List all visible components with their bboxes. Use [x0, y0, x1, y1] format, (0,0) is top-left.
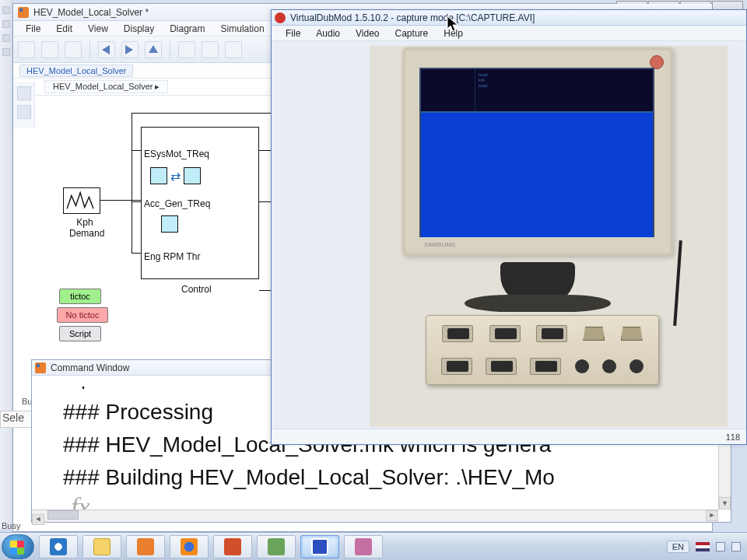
scroll-down-icon[interactable]: ▼	[719, 497, 731, 509]
vdm-titlebar[interactable]: VirtualDubMod 1.5.10.2 - capture mode [C…	[272, 10, 746, 26]
menu-edit[interactable]: Edit	[48, 23, 80, 34]
port-esysmot: ESysMot_TReq	[144, 149, 209, 159]
virtualdubmod-window: VirtualDubMod 1.5.10.2 - capture mode [C…	[271, 9, 747, 445]
tictoc-button[interactable]: tictoc	[59, 289, 101, 304]
port-accgen: Acc_Gen_TReq	[144, 198, 210, 209]
new-model-button[interactable]	[18, 41, 35, 58]
menu-file[interactable]: File	[18, 23, 48, 34]
firefox-icon	[181, 538, 198, 555]
zoom-tool[interactable]	[17, 86, 31, 100]
command-title: Command Window	[51, 362, 129, 373]
solver-icons-2	[161, 215, 178, 233]
vdm-icon	[275, 12, 286, 23]
matlab-icon	[18, 7, 29, 18]
taskbar-item-ie[interactable]	[39, 535, 78, 558]
left-dock	[0, 0, 12, 529]
serial-port-icon	[441, 358, 472, 375]
serial-port-icon	[530, 358, 561, 375]
vdm-menu-video[interactable]: Video	[348, 28, 387, 39]
taskbar-item-matlab[interactable]	[126, 535, 165, 558]
signal-line	[132, 150, 141, 151]
signal-line	[132, 113, 287, 114]
tray-icon[interactable]	[716, 542, 725, 551]
taskbar[interactable]: EN	[0, 532, 747, 560]
monitor-screen: bootinitload	[419, 68, 654, 237]
db9-port-icon	[621, 327, 643, 341]
capture-preview: bootinitload SAMSUNG	[272, 41, 746, 429]
simulink-title: HEV_Model_Local_Solver *	[33, 7, 149, 18]
state-icon	[161, 215, 178, 233]
powerpoint-icon	[224, 538, 241, 555]
taskbar-item-explorer[interactable]	[82, 535, 121, 558]
menu-simulation[interactable]: Simulation	[213, 23, 272, 34]
port-engrpm: Eng RPM Thr	[144, 251, 200, 262]
horizontal-scrollbar[interactable]: ◄ ►	[32, 509, 718, 522]
menu-diagram[interactable]: Diagram	[162, 23, 212, 34]
knob-icon	[630, 359, 644, 373]
db9-port-icon	[583, 327, 605, 341]
taskbar-item-app2[interactable]	[344, 535, 383, 558]
control-label: Control	[181, 284, 212, 295]
serial-port-icon	[536, 325, 567, 342]
serial-port-icon	[489, 325, 521, 342]
taskbar-item-vdm[interactable]	[300, 535, 339, 558]
scroll-thumb[interactable]	[47, 510, 79, 520]
scroll-right-icon[interactable]: ►	[706, 510, 718, 521]
menu-view[interactable]: View	[80, 23, 116, 34]
serial-port-icon	[442, 325, 473, 342]
app-icon	[355, 538, 372, 555]
matlab-icon	[137, 538, 154, 555]
up-button[interactable]	[145, 41, 162, 58]
forward-button[interactable]	[121, 41, 139, 58]
library-button[interactable]	[178, 41, 195, 58]
vdm-menu-file[interactable]: File	[278, 28, 308, 39]
signal-line	[100, 200, 141, 201]
ie-icon	[50, 538, 67, 555]
save-button[interactable]	[41, 41, 58, 58]
taskbar-item-firefox[interactable]	[170, 535, 209, 558]
vdm-menu-help[interactable]: Help	[436, 28, 471, 39]
taskbar-item-powerpoint[interactable]	[213, 535, 252, 558]
monitor-bezel: bootinitload SAMSUNG	[402, 47, 673, 256]
breadcrumb-path[interactable]: HEV_Model_Local_Solver ▸	[44, 80, 168, 93]
print-button[interactable]	[65, 41, 82, 58]
vdm-menu-audio[interactable]: Audio	[308, 28, 348, 39]
language-indicator[interactable]: EN	[667, 541, 689, 553]
no-tictoc-button[interactable]: No tictoc	[57, 307, 108, 323]
taskbar-item-app1[interactable]	[257, 535, 296, 558]
state-icon	[184, 167, 201, 184]
vdm-menu-capture[interactable]: Capture	[388, 28, 437, 39]
knob-icon	[575, 359, 589, 373]
system-tray[interactable]: EN	[667, 541, 747, 553]
video-frame: bootinitload SAMSUNG	[370, 46, 728, 427]
solver-icons: ⇄	[150, 167, 201, 184]
start-button[interactable]	[2, 534, 34, 559]
busy-indicator: Busy	[0, 521, 36, 530]
kph-demand-block[interactable]	[63, 187, 100, 214]
back-button[interactable]	[98, 41, 115, 58]
vdm-menubar[interactable]: File Audio Video Capture Help	[272, 26, 746, 41]
config-button[interactable]	[202, 41, 219, 58]
script-button[interactable]: Script	[59, 326, 101, 341]
vdm-title-text: VirtualDubMod 1.5.10.2 - capture mode [C…	[290, 12, 535, 23]
fit-tool[interactable]	[17, 105, 31, 119]
signal-line	[132, 253, 141, 254]
menu-display[interactable]: Display	[116, 23, 162, 34]
knob-icon	[602, 359, 616, 373]
breadcrumb-root[interactable]: HEV_Model_Local_Solver	[19, 65, 133, 77]
status-value: 118	[726, 432, 740, 442]
cable	[673, 240, 682, 326]
tray-icon[interactable]	[731, 542, 741, 551]
vdm-icon	[311, 538, 328, 555]
keyboard-flag-icon[interactable]	[696, 542, 710, 551]
serial-port-icon	[486, 358, 517, 375]
app-icon	[268, 538, 285, 555]
monitor-stand	[500, 262, 575, 306]
vdm-statusbar: 118	[272, 429, 746, 444]
tool-palette	[13, 82, 35, 128]
signal-line	[132, 201, 141, 202]
explorer-button[interactable]	[225, 41, 242, 58]
signal-line	[132, 113, 132, 253]
matlab-icon	[35, 362, 46, 373]
kph-label: Kph Demand	[69, 217, 100, 239]
